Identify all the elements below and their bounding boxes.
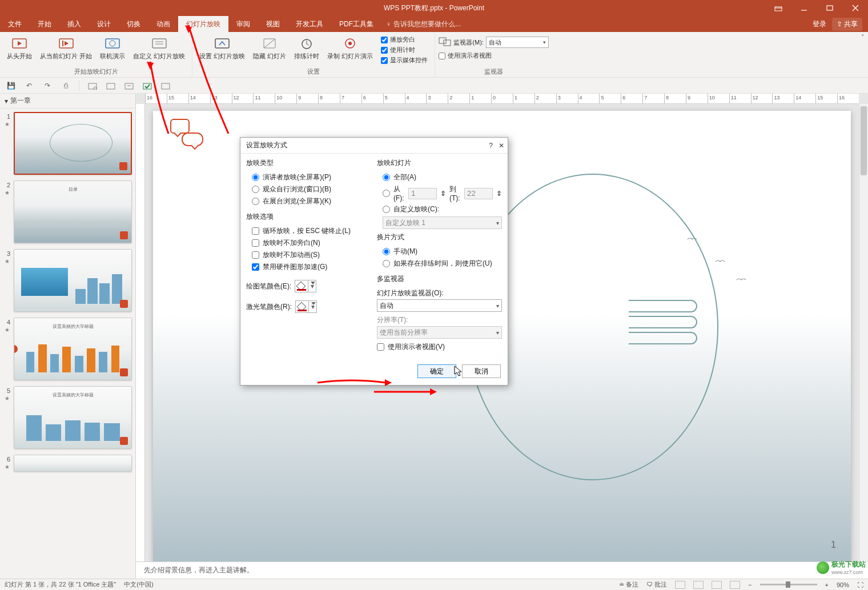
notes-pane[interactable]: 先介绍背景信息，再进入主题讲解。 [136,561,868,579]
ribbon-group-setup: 设置 幻灯片放映 隐藏 幻灯片 排练计时 录制 幻灯片演示 播放旁白 使用计时 … [192,32,435,77]
view-reading-icon[interactable] [712,581,722,589]
comment-marker-1[interactable] [170,119,190,134]
minimize-icon[interactable] [791,0,817,16]
slideshow-monitor-combo[interactable]: 自动▾ [377,299,502,312]
dialog-title: 设置放映方式 [246,141,287,150]
hide-slide-icon [262,35,278,51]
redo-icon[interactable]: ↷ [42,81,53,91]
collapse-ribbon-icon[interactable]: ˄ [861,34,865,41]
horizontal-ruler: 1615141312111098765432101234567891011121… [145,94,859,104]
slide-thumb-3[interactable] [14,249,132,312]
close-icon[interactable] [842,0,868,16]
view-slideshow-icon[interactable] [730,581,740,589]
svg-rect-16 [215,39,229,48]
comments-button[interactable]: 🗨 批注 [646,580,667,589]
view-sorter-icon[interactable] [693,581,704,589]
qat-icon-2[interactable] [106,81,116,91]
svg-rect-11 [106,39,119,48]
svg-marker-9 [65,41,69,46]
opt-loop[interactable]: 循环放映，按 ESC 键终止(L) [252,226,371,236]
monitor-combo[interactable]: 自动 [486,37,549,48]
slide-thumb-4[interactable]: 设置美丽的大学标题 [14,318,132,380]
narration-check[interactable]: 播放旁白 [381,35,428,44]
zoom-level[interactable]: 90% [837,581,849,588]
tab-view[interactable]: 视图 [258,16,288,32]
tell-me-hint[interactable]: ♀告诉我您想要做什么... [386,16,461,32]
opt-no-animation[interactable]: 放映时不加动画(S) [252,250,371,260]
opt-disable-hw[interactable]: 禁用硬件图形加速(G) [252,262,371,272]
svg-rect-29 [125,83,133,89]
resolution-combo[interactable]: 使用当前分辨率▾ [377,326,502,339]
presenter-view-check[interactable]: 使用演示者视图 [439,51,492,60]
show-type-kiosk[interactable]: 在展台浏览(全屏幕)(K) [252,196,371,206]
setup-slideshow-dialog: 设置放映方式 ? ✕ 放映类型 演讲者放映(全屏幕)(P) 观众自行浏览(窗口)… [240,137,508,386]
hide-slide-button[interactable]: 隐藏 幻灯片 [250,34,290,61]
show-type-presenter[interactable]: 演讲者放映(全屏幕)(P) [252,172,371,182]
qat-icon-5[interactable] [160,81,171,91]
tab-pdftools[interactable]: PDF工具集 [331,16,381,32]
to-input[interactable] [464,188,493,199]
status-language[interactable]: 中文(中国) [124,580,153,589]
setup-slideshow-button[interactable]: 设置 幻灯片放映 [196,34,248,61]
fit-window-icon[interactable]: ⛶ [857,581,863,588]
vertical-scrollbar[interactable] [859,104,868,561]
dialog-help-icon[interactable]: ? [489,142,493,150]
slide-thumb-1[interactable] [14,112,132,175]
tab-home[interactable]: 开始 [30,16,59,32]
titlebar: WPS PPT教程.pptx - PowerPoint [0,0,868,16]
ribbon-options-icon[interactable] [765,0,791,16]
media-controls-check[interactable]: 显示媒体控件 [381,56,428,65]
from-input[interactable] [408,188,437,199]
section-header[interactable]: ▾ 第一章 [0,94,135,109]
ok-button[interactable]: 确定 [417,364,456,378]
qat-icon-1[interactable] [87,81,98,91]
from-beginning-button[interactable]: 从头开始 [3,34,35,61]
tab-devtools[interactable]: 开发工具 [288,16,331,32]
slides-range[interactable]: 从(F):⇕到(T):⇕ [383,184,502,202]
tab-transition[interactable]: 切换 [119,16,148,32]
advance-timings[interactable]: 如果存在排练时间，则使用它(U) [383,259,502,268]
custom-show-combo[interactable]: 自定义放映 1▾ [383,216,502,229]
slide-thumb-2[interactable]: 目录 [14,180,132,243]
tab-file[interactable]: 文件 [0,16,30,32]
slides-custom[interactable]: 自定义放映(C): [383,204,502,214]
cancel-button[interactable]: 取消 [462,364,501,378]
from-current-button[interactable]: 从当前幻灯片 开始 [37,34,95,61]
slides-all[interactable]: 全部(A) [383,172,502,182]
save-icon[interactable]: 💾 [6,81,16,91]
dialog-titlebar[interactable]: 设置放映方式 ? ✕ [240,138,508,154]
print-icon[interactable]: ⎙ [61,81,71,91]
dlg-presenter-view[interactable]: 使用演示者视图(V) [377,342,502,352]
slide-thumb-5[interactable]: 设置美丽的大学标题 [14,386,132,449]
tab-insert[interactable]: 插入 [59,16,89,32]
tab-animation[interactable]: 动画 [148,16,178,32]
laser-color-picker[interactable]: ▾ [295,300,317,313]
qat-icon-3[interactable] [124,81,134,91]
tab-review[interactable]: 审阅 [228,16,258,32]
slide-thumb-6[interactable] [14,455,132,472]
maximize-icon[interactable] [817,0,842,16]
rehearse-button[interactable]: 排练计时 [291,34,323,61]
notes-button[interactable]: ≐ 备注 [619,580,638,589]
show-type-browsed[interactable]: 观众自行浏览(窗口)(B) [252,184,371,194]
advance-manual[interactable]: 手动(M) [383,247,502,256]
qat-icon-4[interactable] [142,81,152,91]
zoom-in-icon[interactable]: + [825,581,829,588]
zoom-out-icon[interactable]: − [748,581,752,588]
custom-show-button[interactable]: 自定义 幻灯片放映 [130,34,188,61]
undo-icon[interactable]: ↶ [24,81,34,91]
view-normal-icon[interactable] [675,581,685,589]
timings-check[interactable]: 使用计时 [381,46,428,54]
comment-marker-2[interactable] [182,133,203,146]
pen-color-picker[interactable]: ▾ [295,280,316,292]
svg-rect-25 [444,40,451,46]
present-online-button[interactable]: 联机演示 [97,34,128,61]
zoom-slider[interactable] [760,584,817,585]
login-link[interactable]: 登录 [813,19,826,29]
tab-slideshow[interactable]: 幻灯片放映 [178,16,228,32]
record-button[interactable]: 录制 幻灯片演示 [324,34,376,61]
opt-no-narration[interactable]: 放映时不加旁白(N) [252,238,371,248]
tab-design[interactable]: 设计 [89,16,119,32]
share-button[interactable]: ⇪共享 [832,18,862,31]
dialog-close-icon[interactable]: ✕ [499,142,504,150]
